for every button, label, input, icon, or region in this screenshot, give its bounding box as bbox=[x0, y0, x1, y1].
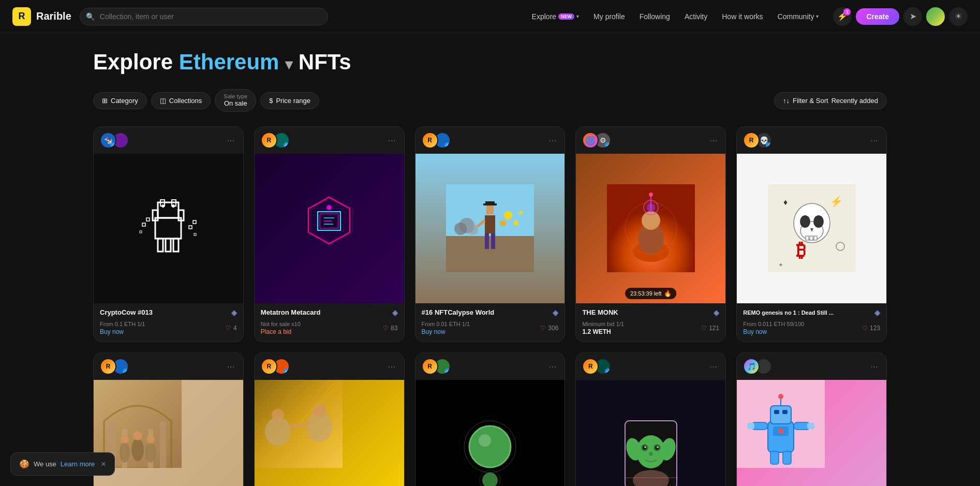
price-range-filter[interactable]: $ Price range bbox=[260, 92, 319, 109]
sort-icon: ↑↓ bbox=[783, 97, 790, 105]
nav-community[interactable]: Community ▾ bbox=[771, 9, 825, 24]
card-more-menu[interactable]: ··· bbox=[546, 135, 558, 146]
like-count[interactable]: ♡ 4 bbox=[226, 325, 237, 332]
cookie-learn-more[interactable]: Learn more bbox=[61, 460, 95, 468]
svg-rect-14 bbox=[193, 220, 196, 224]
svg-point-73 bbox=[146, 435, 155, 444]
explore-badge: NEW bbox=[558, 13, 574, 20]
nft-card[interactable]: R 💀 ··· bbox=[736, 126, 887, 342]
card-more-menu[interactable]: ··· bbox=[386, 135, 398, 146]
nft-card[interactable]: 🐄 ··· bbox=[93, 126, 244, 342]
nft-card[interactable]: R ··· bbox=[254, 126, 405, 342]
buy-now-btn[interactable]: Buy now bbox=[100, 328, 145, 335]
svg-point-76 bbox=[313, 403, 326, 417]
cookie-close-button[interactable]: × bbox=[101, 460, 106, 469]
eth-icon: ◈ bbox=[392, 308, 398, 317]
svg-point-53 bbox=[800, 215, 810, 228]
buy-now-btn[interactable]: Buy now bbox=[743, 328, 804, 335]
svg-rect-29 bbox=[491, 233, 495, 249]
svg-point-102 bbox=[649, 452, 653, 456]
card-image bbox=[94, 380, 243, 486]
notification-button[interactable]: ⚡ 1 bbox=[833, 7, 852, 26]
title-blockchain[interactable]: Ethereum ▾ bbox=[179, 50, 299, 74]
card-more-menu[interactable]: ··· bbox=[546, 361, 558, 372]
card-more-menu[interactable]: ··· bbox=[868, 135, 880, 146]
card-image bbox=[255, 154, 404, 303]
collections-filter[interactable]: ◫ Collections bbox=[151, 92, 211, 109]
card-more-menu[interactable]: ··· bbox=[868, 361, 880, 372]
svg-point-23 bbox=[326, 205, 332, 210]
nft-card[interactable]: R ··· bbox=[93, 352, 244, 486]
community-chevron: ▾ bbox=[816, 13, 819, 19]
like-count[interactable]: ♡ 83 bbox=[383, 325, 397, 332]
svg-rect-111 bbox=[782, 410, 788, 414]
creator-avatar: R bbox=[422, 132, 438, 149]
nav-my-profile[interactable]: My profile bbox=[587, 9, 631, 24]
svg-rect-28 bbox=[485, 233, 489, 249]
filter-sort-button[interactable]: ↑↓ Filter & Sort Recently added bbox=[774, 92, 887, 109]
nft-card[interactable]: 🌀 ⚙ ··· bbox=[575, 126, 726, 342]
on-sale-filter[interactable]: Sale type On sale bbox=[215, 89, 256, 112]
green-orbs-art bbox=[446, 410, 534, 486]
category-filter[interactable]: ⊞ Category bbox=[93, 92, 147, 109]
nft-card[interactable]: 🎵 ··· bbox=[736, 352, 887, 486]
search-input[interactable] bbox=[80, 8, 328, 25]
svg-point-36 bbox=[468, 225, 478, 235]
card-footer: #16 NFTCalypse World ◈ From 0.01 ETH 1/1… bbox=[415, 303, 565, 342]
svg-rect-4 bbox=[158, 239, 163, 252]
dollar-icon: $ bbox=[269, 97, 273, 105]
buy-now-btn[interactable]: Buy now bbox=[422, 328, 470, 335]
creator-avatar: R bbox=[261, 132, 277, 149]
blockchain-dropdown[interactable]: ▾ bbox=[285, 56, 292, 72]
create-button[interactable]: Create bbox=[856, 8, 899, 25]
card-more-menu[interactable]: ··· bbox=[707, 135, 719, 146]
svg-point-54 bbox=[813, 215, 824, 228]
card-more-menu[interactable]: ··· bbox=[386, 361, 398, 372]
svg-point-48 bbox=[649, 193, 653, 197]
svg-rect-106 bbox=[768, 421, 794, 452]
svg-rect-117 bbox=[807, 423, 814, 429]
card-header: R ··· bbox=[255, 353, 404, 380]
nav-links: Explore NEW ▾ My profile Following Activ… bbox=[526, 9, 825, 24]
like-count[interactable]: ♡ 123 bbox=[862, 325, 880, 332]
price-value: 1.2 WETH bbox=[582, 328, 624, 335]
creator-avatar: R bbox=[422, 358, 438, 375]
card-more-menu[interactable]: ··· bbox=[707, 361, 719, 372]
sun-icon: ☀ bbox=[955, 11, 962, 21]
user-avatar[interactable] bbox=[926, 7, 945, 26]
nav-following[interactable]: Following bbox=[633, 9, 676, 24]
yoda-art bbox=[607, 410, 695, 486]
svg-rect-116 bbox=[747, 423, 754, 429]
send-button[interactable]: ➤ bbox=[903, 7, 922, 26]
svg-point-44 bbox=[642, 211, 660, 230]
price-label: From 0.011 ETH 59/100 bbox=[743, 321, 804, 327]
svg-rect-110 bbox=[774, 410, 779, 414]
like-count[interactable]: ♡ 121 bbox=[701, 325, 719, 332]
nav-how-it-works[interactable]: How it works bbox=[716, 9, 769, 24]
nav-explore[interactable]: Explore NEW ▾ bbox=[526, 9, 585, 24]
card-more-menu[interactable]: ··· bbox=[225, 361, 237, 372]
svg-point-69 bbox=[121, 435, 129, 444]
svg-rect-65 bbox=[160, 421, 166, 468]
crypto-cow-art bbox=[132, 192, 204, 264]
monk-art bbox=[607, 184, 695, 272]
nft-card[interactable]: R ··· bbox=[575, 352, 726, 486]
nft-card[interactable]: R ··· bbox=[415, 126, 566, 342]
heart-icon: ♡ bbox=[701, 325, 707, 332]
theme-toggle[interactable]: ☀ bbox=[949, 7, 968, 26]
price-info: From 0.01 ETH 1/1 Buy now bbox=[422, 321, 470, 335]
like-count[interactable]: ♡ 306 bbox=[540, 325, 558, 332]
title-nfts: NFTs bbox=[299, 50, 351, 74]
place-bid-btn[interactable]: Place a bid bbox=[261, 328, 301, 335]
nft-card[interactable]: R ··· bbox=[415, 352, 566, 486]
svg-rect-6 bbox=[173, 239, 179, 252]
logo[interactable]: R Rarible bbox=[12, 7, 71, 26]
nft-card[interactable]: R ··· bbox=[254, 352, 405, 486]
card-image bbox=[255, 380, 404, 486]
nft-title: THE MONK ◈ bbox=[582, 308, 719, 317]
card-more-menu[interactable]: ··· bbox=[225, 135, 237, 146]
svg-point-10 bbox=[172, 204, 175, 208]
nav-activity[interactable]: Activity bbox=[678, 9, 714, 24]
svg-rect-118 bbox=[770, 451, 779, 464]
card-footer: CryptoCow #013 ◈ From 0.1 ETH 1/1 Buy no… bbox=[94, 303, 243, 342]
